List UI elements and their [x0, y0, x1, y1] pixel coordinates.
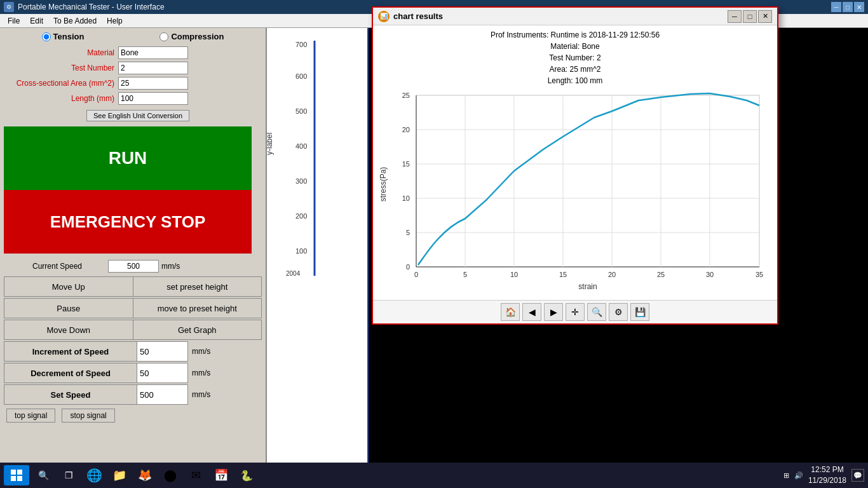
svg-text:5: 5: [406, 229, 410, 236]
taskbar-clock: 12:52 PM 11/29/2018: [808, 464, 846, 486]
chart-info-line4: Area: 25 mm^2: [378, 64, 772, 75]
taskbar-chrome-icon[interactable]: ⬤: [159, 465, 182, 485]
stop-signal-button[interactable]: stop signal: [62, 409, 114, 423]
menu-file[interactable]: File: [3, 15, 25, 27]
test-number-row: Test Number: [4, 62, 262, 74]
chart-zoom-button[interactable]: 🔍: [587, 303, 606, 321]
chart-toolbar: 🏠 ◀ ▶ ✛ 🔍 ⚙ 💾: [373, 300, 777, 323]
svg-text:stress(Pa): stress(Pa): [379, 167, 388, 202]
taskbar-firefox-icon[interactable]: 🦊: [133, 465, 156, 485]
svg-text:2004: 2004: [286, 270, 301, 277]
svg-text:20: 20: [402, 126, 410, 133]
taskbar-calendar-icon[interactable]: 📅: [210, 465, 233, 485]
chart-title: chart results: [393, 11, 726, 21]
notification-icon[interactable]: 💬: [851, 469, 864, 482]
taskbar-search-icon[interactable]: 🔍: [32, 465, 55, 485]
material-input[interactable]: [118, 46, 188, 59]
area-label: Cross-sectional Area (mm^2): [4, 79, 118, 88]
svg-rect-44: [17, 476, 22, 481]
svg-text:35: 35: [756, 271, 763, 278]
svg-text:y-label: y-label: [267, 133, 274, 155]
area-input[interactable]: [118, 77, 188, 90]
get-graph-button[interactable]: Get Graph: [133, 320, 262, 340]
chart-settings-button[interactable]: ⚙: [609, 303, 628, 321]
chart-minimize-button[interactable]: ─: [728, 10, 742, 23]
compression-label: Compression: [171, 32, 224, 41]
maximize-button[interactable]: □: [843, 2, 853, 12]
decrement-speed-row: Decrement of Speed mm/s: [4, 363, 262, 383]
chart-window: 📊 chart results ─ □ ✕ Prof Instruments: …: [372, 6, 778, 325]
set-preset-height-button[interactable]: set preset height: [133, 276, 262, 297]
run-button[interactable]: RUN: [4, 126, 252, 190]
svg-text:100: 100: [295, 247, 307, 255]
chart-icon: 📊: [378, 11, 390, 22]
svg-text:0: 0: [414, 271, 418, 278]
start-button[interactable]: [4, 465, 29, 485]
svg-text:strain: strain: [578, 282, 597, 291]
chart-close-button[interactable]: ✕: [758, 10, 772, 23]
taskbar-edge-icon[interactable]: 🌐: [83, 465, 105, 485]
taskbar-task-view-icon[interactable]: ❐: [57, 465, 80, 485]
menu-to-be-added[interactable]: To Be Added: [48, 15, 102, 27]
tension-option[interactable]: Tension: [42, 32, 85, 41]
chart-pan-button[interactable]: ✛: [566, 303, 585, 321]
chart-svg: 0 5 10 15 20 25 0 5 10 15 20 25 30 35 st…: [378, 89, 772, 299]
taskbar-right: ⊞ 🔊 12:52 PM 11/29/2018 💬: [783, 464, 864, 486]
svg-text:25: 25: [402, 92, 410, 99]
taskbar-explorer-icon[interactable]: 📁: [108, 465, 131, 485]
chart-home-button[interactable]: 🏠: [501, 303, 520, 321]
length-input[interactable]: [118, 92, 188, 105]
svg-text:15: 15: [559, 271, 567, 278]
chart-save-button[interactable]: 💾: [630, 303, 649, 321]
current-speed-value[interactable]: [108, 260, 159, 273]
taskbar-python-icon[interactable]: 🐍: [235, 465, 258, 485]
pause-row: Pause move to preset height: [4, 298, 262, 318]
compression-option[interactable]: Compression: [159, 32, 224, 41]
svg-text:300: 300: [295, 177, 307, 185]
current-speed-unit: mm/s: [159, 262, 191, 271]
move-down-row: Move Down Get Graph: [4, 320, 262, 340]
close-button[interactable]: ✕: [854, 2, 864, 12]
tension-radio[interactable]: [42, 32, 51, 41]
move-up-button[interactable]: Move Up: [4, 276, 133, 297]
minimize-button[interactable]: ─: [831, 2, 841, 12]
move-down-button[interactable]: Move Down: [4, 320, 133, 340]
signal-row: top signal stop signal: [4, 409, 262, 423]
pause-button[interactable]: Pause: [4, 298, 133, 318]
chart-info-line1: Prof Instruments: Runtime is 2018-11-29 …: [378, 29, 772, 41]
menu-edit[interactable]: Edit: [25, 15, 48, 27]
current-speed-label: Current Speed: [6, 262, 108, 271]
move-to-preset-button[interactable]: move to preset height: [133, 298, 262, 318]
taskbar-mail-icon[interactable]: ✉: [184, 465, 207, 485]
chart-forward-button[interactable]: ▶: [544, 303, 563, 321]
left-panel: Tension Compression Material Test Number…: [0, 28, 267, 463]
compression-radio[interactable]: [159, 32, 168, 41]
current-speed-row: Current Speed mm/s: [4, 259, 262, 274]
window-controls: ─ □ ✕: [831, 2, 864, 12]
set-speed-label: Set Speed: [4, 384, 137, 405]
svg-text:0: 0: [406, 263, 410, 271]
increment-speed-row: Increment of Speed mm/s: [4, 341, 262, 362]
taskbar-network-icon: ⊞: [783, 471, 789, 480]
menu-help[interactable]: Help: [102, 15, 128, 27]
chart-info-line2: Material: Bone: [378, 41, 772, 52]
app-icon: ⚙: [4, 2, 14, 12]
set-speed-input[interactable]: [137, 384, 188, 405]
emergency-stop-button[interactable]: EMERGENCY STOP: [4, 190, 252, 254]
material-label: Material: [4, 48, 118, 57]
length-row: Length (mm): [4, 92, 262, 105]
material-row: Material: [4, 46, 262, 59]
svg-text:10: 10: [402, 194, 410, 202]
chart-back-button[interactable]: ◀: [522, 303, 541, 321]
svg-text:20: 20: [608, 271, 616, 278]
decrement-speed-label: Decrement of Speed: [4, 363, 137, 383]
decrement-speed-input[interactable]: [137, 363, 188, 383]
chart-maximize-button[interactable]: □: [743, 10, 757, 23]
taskbar-volume-icon[interactable]: 🔊: [794, 471, 803, 480]
svg-text:400: 400: [295, 142, 307, 150]
test-number-input[interactable]: [118, 62, 188, 74]
increment-speed-input[interactable]: [137, 341, 188, 362]
chart-info-line3: Test Number: 2: [378, 52, 772, 64]
english-conversion-button[interactable]: See English Unit Conversion: [86, 110, 189, 121]
top-signal-button[interactable]: top signal: [6, 409, 55, 423]
